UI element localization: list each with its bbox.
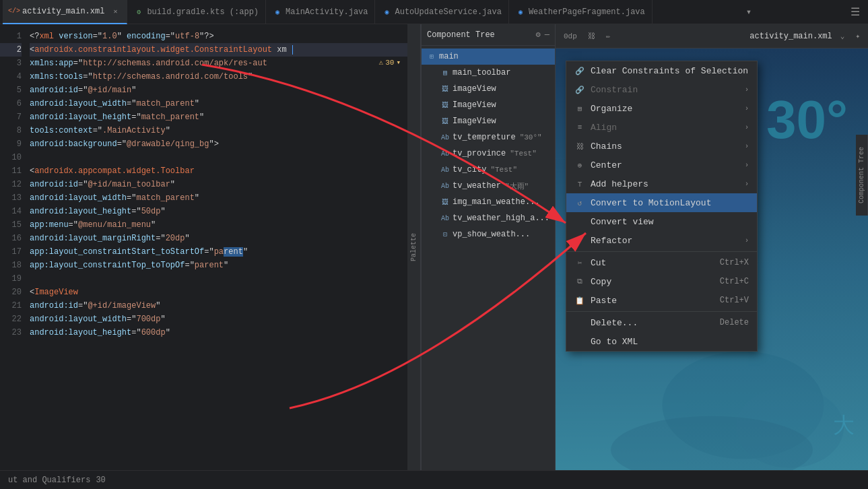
- line-num-10: 10: [0, 151, 22, 164]
- code-line-9: android:background="@drawable/qing_bg">: [30, 137, 410, 151]
- design-expand-icon[interactable]: ⌄: [838, 30, 848, 42]
- context-menu: 🔗 Clear Constraints of Selection 🔗 Const…: [566, 61, 758, 352]
- helpers-arrow-icon: ›: [745, 181, 749, 188]
- organize-icon: ⊞: [574, 103, 585, 114]
- menu-item-organize[interactable]: ⊞ Organize ›: [566, 99, 757, 118]
- tab-overflow-button[interactable]: ▾: [741, 6, 757, 18]
- image-icon4: 🖼: [440, 197, 450, 207]
- tab-auto-update[interactable]: ◉ AutoUpdateService.java: [375, 0, 508, 24]
- menu-item-go-to-xml[interactable]: Go to XML: [566, 332, 757, 351]
- image-icon: 🖼: [440, 84, 450, 94]
- menu-separator-1: [566, 251, 757, 252]
- tree-item-tv-city[interactable]: Ab tv_city "Test": [422, 162, 555, 178]
- tree-item-tv-province[interactable]: Ab tv_province "Test": [422, 145, 555, 162]
- menu-item-paste[interactable]: 📋 Paste Ctrl+V: [566, 291, 757, 310]
- line-num-12: 12: [0, 178, 22, 191]
- menu-item-convert-motion[interactable]: ↺ Convert to MotionLayout: [566, 193, 757, 212]
- menu-item-delete[interactable]: Delete... Delete: [566, 313, 757, 332]
- tree-item-tv-city-label: tv_city: [453, 165, 486, 174]
- weather-char-value: 大: [833, 413, 855, 437]
- text-icon3: Ab: [440, 165, 450, 174]
- dp-settings-icon[interactable]: ✏: [603, 30, 613, 42]
- tab-main-activity[interactable]: ◉ MainActivity.java: [266, 0, 375, 24]
- chains-icon: ⛓: [574, 141, 585, 152]
- tree-item-tv-high-label: tv_weather_high_a...: [453, 214, 549, 223]
- line-num-5: 5: [0, 84, 22, 97]
- tree-item-imageview3-label: ImageView: [453, 117, 496, 126]
- temp-value: 30°: [766, 90, 848, 150]
- menu-item-center[interactable]: ⊕ Center ›: [566, 156, 757, 174]
- image-icon2: 🖼: [440, 100, 450, 110]
- tree-item-main[interactable]: ⊞ main: [422, 48, 555, 65]
- text-icon: Ab: [440, 133, 450, 142]
- tree-item-tv-weather-sub: "大雨": [505, 181, 529, 191]
- tab-weather-page[interactable]: ◉ WeatherPageFragment.java: [509, 0, 653, 24]
- minus-icon[interactable]: —: [545, 30, 549, 40]
- menu-item-cut[interactable]: ✂ Cut Ctrl+X: [566, 253, 757, 272]
- menu-item-cut-label: Cut: [591, 258, 714, 268]
- code-lines-area[interactable]: <?xml version="1.0" encoding="utf-8"?> <…: [27, 24, 413, 470]
- tab-close-icon[interactable]: ✕: [110, 7, 120, 16]
- component-tree-header: Component Tree ⚙ —: [422, 24, 555, 46]
- menu-item-chains[interactable]: ⛓ Chains ›: [566, 137, 757, 156]
- menu-item-chains-label: Chains: [591, 141, 739, 152]
- java-file-icon: ◉: [273, 7, 282, 17]
- tree-item-imageview1[interactable]: 🖼 imageView: [422, 81, 555, 97]
- weather-char: 大: [833, 411, 855, 441]
- menu-item-convert-view[interactable]: Convert view: [566, 212, 757, 231]
- menu-item-clear-constraints[interactable]: 🔗 Clear Constraints of Selection: [566, 61, 757, 80]
- warning-badge-area: ⚠ 30 ▾: [379, 58, 401, 67]
- menu-item-add-helpers-label: Add helpers: [591, 179, 739, 189]
- line-num-16: 16: [0, 232, 22, 245]
- code-line-20: <ImageView: [30, 286, 410, 299]
- text-icon2: Ab: [440, 149, 450, 158]
- copy-shortcut: Ctrl+C: [720, 277, 749, 286]
- tab-menu-button[interactable]: ☰: [845, 5, 865, 19]
- line-num-2: 2: [0, 43, 22, 57]
- tree-item-imageview2[interactable]: 🖼 ImageView: [422, 97, 555, 113]
- menu-item-copy[interactable]: ⧉ Copy Ctrl+C: [566, 272, 757, 291]
- tree-item-tv-province-label: tv_province: [453, 149, 506, 158]
- code-line-18: app:layout_constraintTop_toTopOf="parent…: [30, 259, 410, 272]
- design-toolbar-right: activity_main.xml ⌄ ✦: [749, 30, 863, 42]
- cut-shortcut: Ctrl+X: [720, 258, 749, 267]
- tree-item-imageview3[interactable]: 🖼 ImageView: [422, 113, 555, 129]
- tree-item-img-main-weather[interactable]: 🖼 img_main_weathe...: [422, 194, 555, 210]
- menu-item-add-helpers[interactable]: ⊤ Add helpers ›: [566, 174, 757, 193]
- code-line-13: android:layout_width="match_parent": [30, 191, 410, 205]
- design-code-icon[interactable]: ✦: [853, 30, 863, 42]
- code-line-17: app:layout_constraintStart_toStartOf="pa…: [30, 245, 410, 259]
- tree-item-tv-tempreture[interactable]: Ab tv_tempreture "30°": [422, 129, 555, 145]
- component-tree-vertical-label[interactable]: Component Tree: [856, 135, 868, 216]
- constraint-icon: 🔗: [574, 65, 585, 76]
- tab-activity-main-xml[interactable]: </> activity_main.xml ✕: [3, 0, 127, 24]
- menu-item-align[interactable]: ≡ Align ›: [566, 118, 757, 137]
- status-bar: ut and Qualifiers 30: [0, 470, 868, 489]
- line-num-9: 9: [0, 137, 22, 151]
- align-icon: ≡: [574, 122, 585, 133]
- tree-item-tv-city-sub: "Test": [490, 166, 517, 174]
- menu-item-align-label: Align: [591, 123, 739, 133]
- code-editor: 1 2 3 4 5 6 7 8 9 10 11 12 13 14 15 16 1…: [0, 24, 421, 470]
- settings-icon[interactable]: ⚙: [536, 30, 541, 40]
- menu-item-convert-view-label: Convert view: [591, 217, 749, 227]
- menu-item-constrain-label: Constrain: [591, 85, 739, 95]
- java-file-icon3: ◉: [516, 7, 525, 17]
- xml-file-icon: </>: [9, 7, 19, 16]
- palette-strip[interactable]: Palette: [407, 24, 421, 470]
- code-line-14: android:layout_height="50dp": [30, 205, 410, 218]
- tree-item-tv-weather[interactable]: Ab tv_weather "大雨": [422, 178, 555, 194]
- tree-item-vp-show-weather[interactable]: ⊡ vp_show_weath...: [422, 226, 555, 242]
- tree-item-tv-weather-high[interactable]: Ab tv_weather_high_a...: [422, 210, 555, 226]
- menu-item-refactor[interactable]: Refactor ›: [566, 231, 757, 250]
- constrain-arrow-icon: ›: [745, 86, 749, 94]
- code-line-8: tools:context=".MainActivity": [30, 124, 410, 137]
- dp-chain-icon[interactable]: ⛓: [585, 30, 598, 42]
- line-num-3: 3: [0, 57, 22, 70]
- tab-label: MainActivity.java: [286, 7, 368, 17]
- status-count: 30: [96, 476, 105, 485]
- tab-build-gradle[interactable]: ⚙ build.gradle.kts (:app): [127, 0, 266, 24]
- warning-expand[interactable]: ▾: [396, 58, 401, 67]
- tree-item-main-toolbar[interactable]: ▤ main_toolbar: [422, 65, 555, 81]
- menu-item-constrain[interactable]: 🔗 Constrain ›: [566, 80, 757, 99]
